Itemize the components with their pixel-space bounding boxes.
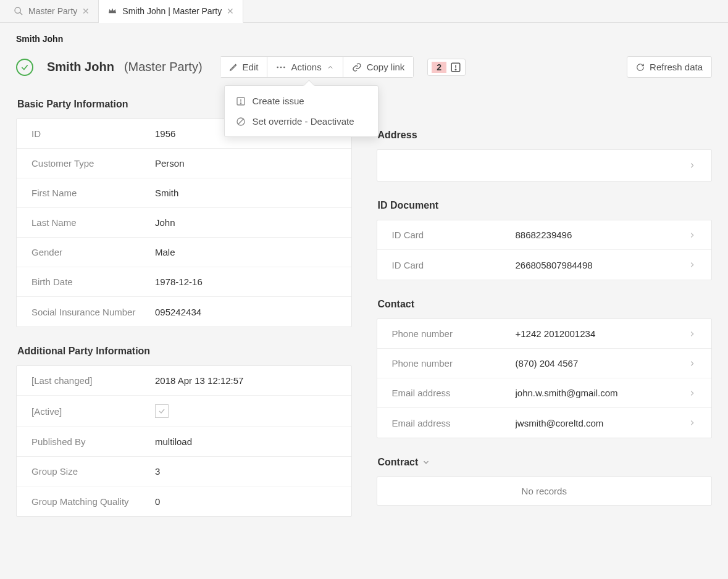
field-value: (870) 204 4567 <box>516 358 579 369</box>
edit-label: Edit <box>243 62 259 72</box>
tab-smith-john[interactable]: Smith John | Master Party ✕ <box>99 0 243 23</box>
field-value: Smith <box>155 188 178 198</box>
section-title-contract[interactable]: Contract <box>378 457 713 468</box>
pencil-icon <box>229 63 238 72</box>
copy-link-label: Copy link <box>367 62 405 72</box>
copy-link-button[interactable]: Copy link <box>343 57 414 77</box>
id-document-table: ID Card 88682239496 ID Card 266805807984… <box>377 220 713 280</box>
field-label: Group Matching Quality <box>31 496 155 507</box>
field-value: 266805807984498 <box>516 260 593 270</box>
svg-line-9 <box>238 119 244 124</box>
close-icon[interactable]: ✕ <box>82 6 90 16</box>
chevron-right-icon <box>688 231 697 240</box>
table-row: Birth Date1978-12-16 <box>17 267 351 297</box>
left-column: Basic Party Information ID1956 Customer … <box>16 95 352 535</box>
svg-point-0 <box>15 7 20 13</box>
field-label: ID <box>31 128 155 139</box>
actions-label: Actions <box>291 62 321 72</box>
tab-label: Master Party <box>28 6 77 16</box>
refresh-button[interactable]: Refresh data <box>627 56 712 78</box>
chevron-right-icon <box>688 161 697 170</box>
right-column: Address ID Document ID Card 88682239496 … <box>377 95 713 535</box>
actions-button[interactable]: Actions <box>267 57 343 77</box>
field-value: Person <box>155 158 185 169</box>
entity-name: Smith John <box>47 60 114 74</box>
field-value: multiload <box>155 436 192 447</box>
additional-info-table: [Last changed]2018 Apr 13 12:12:57 [Acti… <box>16 365 352 517</box>
field-label: Social Insurance Number <box>31 307 155 317</box>
dots-icon <box>276 65 286 69</box>
field-label: Email address <box>392 418 516 428</box>
menu-set-override[interactable]: Set override - Deactivate <box>225 111 378 131</box>
contract-title-text: Contract <box>378 457 419 468</box>
section-title-address: Address <box>378 130 713 141</box>
field-value: Male <box>155 247 175 257</box>
entity-type: (Master Party) <box>124 60 203 74</box>
table-row: First NameSmith <box>17 178 351 208</box>
tab-master-party[interactable]: Master Party ✕ <box>5 0 99 22</box>
table-row: Social Insurance Number095242434 <box>17 297 351 327</box>
table-row: Published Bymultiload <box>17 427 351 457</box>
crown-icon <box>107 6 117 16</box>
issues-indicator[interactable]: 2 <box>427 59 466 76</box>
field-label: First Name <box>31 188 155 198</box>
header-row: Smith John (Master Party) Edit Actions <box>16 56 712 78</box>
table-row: [Active] <box>17 396 351 427</box>
tabs-bar: Master Party ✕ Smith John | Master Party… <box>0 0 728 23</box>
chevron-up-icon <box>327 64 334 71</box>
alert-icon <box>450 62 461 73</box>
field-label: Customer Type <box>31 158 155 169</box>
primary-actions-group: Edit Actions <box>220 56 414 78</box>
svg-point-7 <box>241 102 241 103</box>
svg-point-12 <box>455 69 456 70</box>
field-label: Last Name <box>31 217 155 228</box>
menu-label: Set override - Deactivate <box>252 116 354 127</box>
table-row[interactable]: Email address john.w.smith@gmail.com <box>377 378 712 408</box>
tab-label: Smith John | Master Party <box>122 6 222 16</box>
field-label: Birth Date <box>31 277 155 287</box>
close-icon[interactable]: ✕ <box>227 6 234 16</box>
alert-icon <box>236 96 246 106</box>
basic-info-table: ID1956 Customer TypePerson First NameSmi… <box>16 119 352 327</box>
refresh-icon <box>636 63 645 72</box>
refresh-label: Refresh data <box>650 62 703 72</box>
chevron-right-icon <box>688 389 697 398</box>
edit-button[interactable]: Edit <box>220 57 268 77</box>
field-value: 88682239496 <box>516 230 572 240</box>
table-row[interactable]: Email address jwsmith@coreltd.com <box>377 408 712 438</box>
address-card[interactable] <box>377 149 713 181</box>
table-row: Customer TypePerson <box>17 149 351 178</box>
field-value: 3 <box>155 466 160 477</box>
chevron-right-icon <box>688 359 697 368</box>
field-label: Email address <box>392 388 516 398</box>
field-label: Phone number <box>392 358 516 369</box>
svg-point-4 <box>283 66 285 68</box>
table-row: [Last changed]2018 Apr 13 12:12:57 <box>17 366 351 396</box>
table-row[interactable]: Phone number +1242 2012001234 <box>377 319 712 349</box>
chevron-right-icon <box>688 260 697 269</box>
table-row: Group Matching Quality0 <box>17 486 351 516</box>
field-value: 095242434 <box>155 307 201 317</box>
actions-dropdown: Create issue Set override - Deactivate <box>224 85 379 137</box>
svg-point-2 <box>277 66 279 68</box>
field-value: jwsmith@coreltd.com <box>516 418 604 428</box>
chevron-down-icon <box>422 458 430 467</box>
field-value <box>155 404 169 418</box>
table-row[interactable]: ID Card 266805807984498 <box>377 250 712 280</box>
table-row: GenderMale <box>17 238 351 267</box>
svg-line-1 <box>20 12 22 15</box>
svg-point-3 <box>280 66 282 68</box>
field-label: Phone number <box>392 328 516 339</box>
table-row[interactable]: Phone number (870) 204 4567 <box>377 349 712 378</box>
table-row: Last NameJohn <box>17 208 351 238</box>
section-title-id-document: ID Document <box>378 200 713 211</box>
link-icon <box>352 62 362 72</box>
breadcrumb: Smith John <box>16 34 712 44</box>
chevron-right-icon <box>688 330 697 338</box>
menu-label: Create issue <box>252 96 304 106</box>
menu-create-issue[interactable]: Create issue <box>225 91 378 111</box>
table-row[interactable]: ID Card 88682239496 <box>377 220 712 250</box>
field-value: 1978-12-16 <box>155 277 203 287</box>
section-title-additional: Additional Party Information <box>17 346 352 357</box>
contract-no-records: No records <box>377 477 713 506</box>
